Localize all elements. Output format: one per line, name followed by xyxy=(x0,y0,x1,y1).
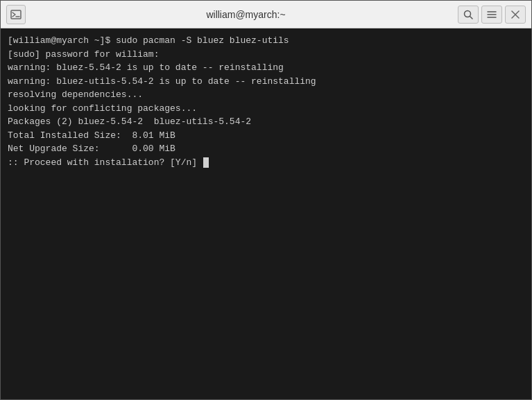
terminal-line: Packages (2) bluez-5.54-2 bluez-utils-5.… xyxy=(8,115,524,129)
terminal-line: [sudo] password for william: xyxy=(8,48,524,62)
terminal-icon[interactable] xyxy=(6,5,26,24)
titlebar: william@myarch:~ xyxy=(1,1,531,28)
svg-rect-0 xyxy=(11,10,21,19)
svg-line-3 xyxy=(470,16,473,19)
terminal-line: looking for conflicting packages... xyxy=(8,102,524,116)
window-title: william@myarch:~ xyxy=(34,9,458,20)
terminal-line: Total Installed Size: 8.01 MiB xyxy=(8,129,524,143)
menu-button[interactable] xyxy=(481,6,502,24)
terminal-line: Net Upgrade Size: 0.00 MiB xyxy=(8,142,524,156)
terminal-window: william@myarch:~ xyxy=(0,0,532,400)
close-button[interactable] xyxy=(505,6,526,24)
search-button[interactable] xyxy=(458,6,479,24)
terminal-prompt-text: :: Proceed with installation? [Y/n] xyxy=(8,156,203,170)
terminal-prompt-line: :: Proceed with installation? [Y/n] xyxy=(8,156,524,170)
terminal-line: warning: bluez-utils-5.54-2 is up to dat… xyxy=(8,75,524,89)
terminal-line: [william@myarch ~]$ sudo pacman -S bluez… xyxy=(8,34,524,48)
titlebar-left xyxy=(6,5,34,24)
titlebar-buttons xyxy=(458,6,526,24)
terminal-line: resolving dependencies... xyxy=(8,88,524,102)
terminal-cursor xyxy=(203,157,209,168)
terminal-line: warning: bluez-5.54-2 is up to date -- r… xyxy=(8,61,524,75)
terminal-body[interactable]: [william@myarch ~]$ sudo pacman -S bluez… xyxy=(1,28,531,399)
